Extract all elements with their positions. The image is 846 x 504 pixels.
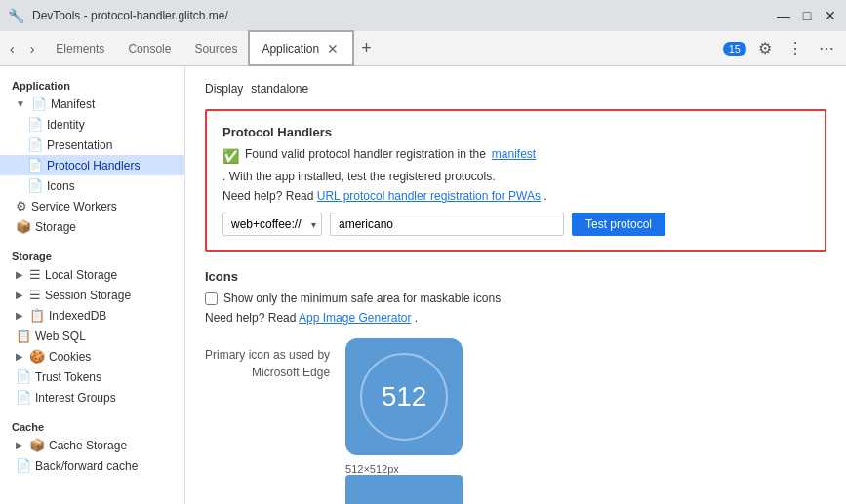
title-bar: 🔧 DevTools - protocol-handler.glitch.me/… — [0, 0, 846, 31]
display-label: Display — [205, 82, 243, 96]
expand-cache-icon: ▶ — [16, 440, 23, 450]
sidebar-item-protocol-handlers[interactable]: 📄 Protocol Handlers — [0, 155, 184, 175]
title-bar-controls: — □ ✕ — [776, 8, 838, 23]
icon-help-end: . — [415, 311, 418, 325]
maskable-label: Show only the minimum safe area for mask… — [223, 291, 501, 305]
sidebar-item-manifest[interactable]: ▼ 📄 Manifest — [0, 94, 184, 114]
local-storage-icon: ☰ — [29, 267, 41, 282]
interest-groups-label: Interest Groups — [35, 391, 116, 405]
maskable-checkbox[interactable] — [205, 292, 218, 305]
protocol-handlers-title: Protocol Handlers — [222, 125, 809, 139]
tab-console-label: Console — [128, 42, 171, 56]
local-storage-label: Local Storage — [45, 268, 117, 282]
display-row: Display standalone — [205, 82, 826, 96]
cookies-label: Cookies — [49, 350, 91, 364]
help-link[interactable]: URL protocol handler registration for PW… — [317, 189, 541, 203]
tab-bar: ‹ › Elements Console Sources Application… — [0, 31, 846, 66]
issues-badge[interactable]: 15 — [723, 42, 746, 56]
sidebar-item-cache-storage[interactable]: ▶ 📦 Cache Storage — [0, 435, 184, 455]
sidebar-item-trust-tokens[interactable]: 📄 Trust Tokens — [0, 367, 184, 387]
tab-add-button[interactable]: + — [353, 31, 380, 65]
icons-icon: 📄 — [27, 178, 43, 193]
sidebar-item-session-storage[interactable]: ▶ ☰ Session Storage — [0, 285, 184, 305]
icon-number: 512 — [382, 381, 427, 412]
protocol-select[interactable]: web+coffee:// — [222, 213, 322, 236]
sidebar-item-presentation[interactable]: 📄 Presentation — [0, 135, 184, 155]
tab-application-label: Application — [262, 42, 319, 56]
icons-label: Icons — [47, 179, 75, 193]
sidebar-item-service-workers[interactable]: ⚙ Service Workers — [0, 196, 184, 216]
session-storage-icon: ☰ — [29, 288, 41, 302]
info-text2: . With the app installed, test the regis… — [222, 170, 495, 183]
icons-section: Icons Show only the minimum safe area fo… — [205, 269, 826, 504]
tab-sources[interactable]: Sources — [182, 31, 249, 65]
icon-help-link[interactable]: App Image Generator — [299, 311, 411, 325]
display-value: standalone — [251, 82, 308, 96]
browser-label: Microsoft Edge — [205, 366, 330, 379]
presentation-label: Presentation — [47, 138, 112, 152]
help-text: Need help? Read — [222, 189, 313, 203]
tab-toolbar: 15 ⚙ ⋮ ⋯ — [723, 31, 846, 65]
sidebar-item-indexeddb[interactable]: ▶ 📋 IndexedDB — [0, 305, 184, 326]
tab-close-button[interactable]: ✕ — [325, 42, 341, 56]
indexeddb-label: IndexedDB — [49, 309, 106, 323]
primary-icon-label: Primary icon as used by — [205, 348, 330, 362]
tab-application[interactable]: Application ✕ — [249, 31, 353, 65]
identity-label: Identity — [47, 118, 85, 132]
sidebar-section-storage: Storage — [0, 245, 184, 264]
icon-preview-box: 512 — [345, 338, 463, 455]
backforward-cache-icon: 📄 — [16, 458, 31, 473]
settings-icon[interactable]: ⚙ — [754, 35, 776, 61]
web-sql-icon: 📋 — [16, 329, 31, 343]
expand-local-icon: ▶ — [16, 269, 23, 280]
tab-elements[interactable]: Elements — [44, 31, 116, 65]
interest-groups-icon: 📄 — [16, 390, 31, 405]
sidebar-section-application: Application — [0, 74, 184, 94]
tab-nav-forward[interactable]: › — [24, 37, 41, 60]
sidebar-item-interest-groups[interactable]: 📄 Interest Groups — [0, 387, 184, 407]
icon-preview2 — [345, 475, 463, 504]
sidebar-item-local-storage[interactable]: ▶ ☰ Local Storage — [0, 264, 184, 285]
protocol-info-row: ✅ Found valid protocol handler registrat… — [222, 147, 809, 183]
protocol-select-wrapper: web+coffee:// — [222, 213, 322, 236]
tab-console[interactable]: Console — [116, 31, 182, 65]
sidebar-item-backforward-cache[interactable]: 📄 Back/forward cache — [0, 455, 184, 476]
cache-storage-label: Cache Storage — [49, 439, 127, 452]
icon-column: 512 512×512px — [345, 338, 463, 504]
icon-help-text: Need help? Read — [205, 311, 296, 325]
tab-nav-back[interactable]: ‹ — [4, 37, 20, 60]
expand-cookies-icon: ▶ — [16, 351, 23, 362]
icons-title: Icons — [205, 269, 826, 284]
sidebar-item-storage-app[interactable]: 📦 Storage — [0, 216, 184, 237]
icon-preview-area: Primary icon as used by Microsoft Edge 5… — [205, 338, 826, 504]
check-icon: ✅ — [222, 148, 239, 164]
protocol-handlers-label: Protocol Handlers — [47, 159, 140, 173]
identity-icon: 📄 — [27, 117, 43, 132]
minimize-button[interactable]: — — [776, 8, 791, 23]
sidebar-item-icons[interactable]: 📄 Icons — [0, 175, 184, 196]
cookies-icon: 🍪 — [29, 349, 45, 364]
sidebar-item-cookies[interactable]: ▶ 🍪 Cookies — [0, 346, 184, 367]
title-bar-text: DevTools - protocol-handler.glitch.me/ — [32, 9, 768, 22]
manifest-link[interactable]: manifest — [492, 147, 536, 161]
main-layout: Application ▼ 📄 Manifest 📄 Identity 📄 Pr… — [0, 66, 846, 504]
storage-app-label: Storage — [35, 220, 76, 234]
icon-inner-circle: 512 — [360, 353, 448, 441]
test-protocol-button[interactable]: Test protocol — [572, 213, 665, 236]
sidebar-item-identity[interactable]: 📄 Identity — [0, 114, 184, 135]
maximize-button[interactable]: □ — [799, 8, 815, 23]
expand-icon: ▼ — [16, 98, 25, 109]
indexeddb-icon: 📋 — [29, 308, 45, 323]
close-button[interactable]: ✕ — [823, 8, 838, 23]
protocol-input[interactable] — [330, 213, 564, 236]
storage-app-icon: 📦 — [16, 219, 31, 234]
more-icon[interactable]: ⋯ — [815, 35, 838, 61]
customize-icon[interactable]: ⋮ — [784, 35, 807, 61]
session-storage-label: Session Storage — [45, 289, 131, 302]
info-text1: Found valid protocol handler registratio… — [245, 147, 486, 161]
sidebar-item-web-sql[interactable]: 📋 Web SQL — [0, 326, 184, 346]
presentation-icon: 📄 — [27, 137, 43, 152]
help-end: . — [544, 189, 546, 203]
sidebar: Application ▼ 📄 Manifest 📄 Identity 📄 Pr… — [0, 66, 185, 504]
icon-size-label: 512×512px — [345, 463, 463, 475]
